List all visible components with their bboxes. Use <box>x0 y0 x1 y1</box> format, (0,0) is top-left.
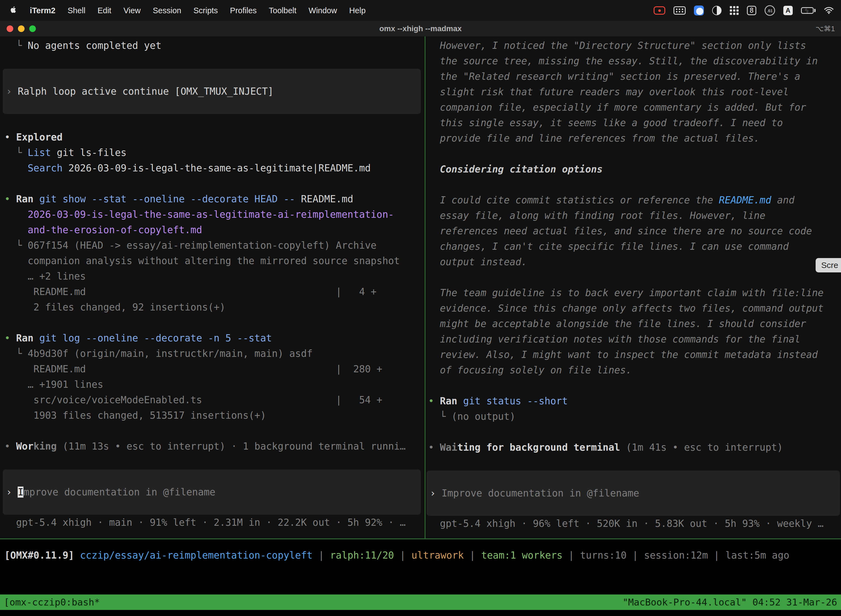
window-shortcut: ⌥⌘1 <box>816 25 835 33</box>
text-segment: └ <box>4 240 28 251</box>
text-segment: Improve documentation in @filename <box>441 488 639 499</box>
blue-app-icon[interactable] <box>694 6 704 15</box>
text-segment: • <box>4 441 16 452</box>
text-segment: and-the-erosion-of-copyleft.md <box>28 224 202 235</box>
text-segment: └ <box>4 147 28 158</box>
text-segment: Ran <box>16 333 34 343</box>
blank-line <box>428 270 841 285</box>
text-segment: › <box>6 487 18 497</box>
text-segment <box>620 442 626 453</box>
menu-item-iterm2[interactable]: iTerm2 <box>24 6 62 15</box>
text-segment: the "Related research writing" section i… <box>428 71 800 82</box>
input-source-icon[interactable]: A <box>783 6 793 15</box>
text-segment: | <box>627 550 644 561</box>
menu-item-scripts[interactable]: Scripts <box>188 6 224 15</box>
terminal-line: companion file, especially if more comme… <box>428 100 841 115</box>
text-segment: README.md | 280 + <box>4 364 382 374</box>
text-segment: (11m 13s • esc to interrupt) · 1 backgro… <box>57 441 406 452</box>
menu-item-help[interactable]: Help <box>343 6 372 15</box>
text-segment: However, I noticed the "Directory Struct… <box>428 40 806 51</box>
prompt-input[interactable]: › Improve documentation in @filename <box>3 469 421 515</box>
terminal-line: src/voice/voiceModeEnabled.ts | 54 + <box>4 392 425 408</box>
key-8-icon[interactable]: 8 <box>747 6 756 15</box>
terminal-line: might be acceptable alongside the file l… <box>428 316 841 331</box>
text-segment <box>74 550 80 561</box>
terminal-line: └ No agents completed yet <box>4 38 425 53</box>
text-segment: README.md <box>295 194 353 204</box>
text-segment: of focusing solely on file lines. <box>428 365 632 375</box>
text-segment: src/voice/voiceModeEnabled.ts | 54 + <box>4 395 382 405</box>
text-segment: git status --short <box>463 396 568 406</box>
menu-item-toolbelt[interactable]: Toolbelt <box>263 6 302 15</box>
text-segment: 1903 files changed, 513517 insertions(+) <box>4 410 266 421</box>
terminal-line: evidence. Since this change only affects… <box>428 301 841 316</box>
right-pane[interactable]: However, I noticed the "Directory Struct… <box>425 37 841 538</box>
zoom-button[interactable] <box>29 25 36 32</box>
screen-recording-indicator-icon[interactable] <box>653 6 665 15</box>
terminal-line: slight risk that future readers may over… <box>428 84 841 100</box>
text-segment: the source tree, missing the essay. Stil… <box>428 56 818 66</box>
text-segment: › <box>430 488 441 499</box>
battery-icon[interactable]: ϟ <box>801 7 816 14</box>
text-segment: cczip/essay/ai-reimplementation-copyleft <box>80 550 313 561</box>
prompt-input[interactable]: › Improve documentation in @filename <box>426 471 840 516</box>
menu-item-view[interactable]: View <box>117 6 147 15</box>
terminal-line: 1903 files changed, 513517 insertions(+) <box>4 408 425 423</box>
text-segment: last:5m ago <box>725 550 790 561</box>
terminal-area: └ No agents completed yet › Ralph loop a… <box>0 37 841 538</box>
terminal-line: • Working (11m 13s • esc to interrupt) ·… <box>4 439 425 454</box>
terminal-line: output instead. <box>428 254 841 270</box>
terminal-line: 2026-03-09-is-legal-the-same-as-legitima… <box>4 207 425 222</box>
apps-grid-icon[interactable] <box>730 6 738 15</box>
text-segment: changes, I can't cite specific file line… <box>428 241 788 252</box>
text-segment: Considering citation options <box>428 164 603 175</box>
apple-menu[interactable] <box>7 6 24 16</box>
menu-item-shell[interactable]: Shell <box>62 6 92 15</box>
text-segment: • <box>4 333 16 343</box>
terminal-line: README.md | 280 + <box>4 361 425 377</box>
text-segment: mprove documentation in @filename <box>23 487 215 497</box>
blank-line <box>4 53 425 69</box>
text-segment: README.md | 4 + <box>4 286 377 297</box>
left-pane[interactable]: └ No agents completed yet › Ralph loop a… <box>0 37 425 538</box>
text-segment: (1m 41s • esc to interrupt) <box>626 442 783 453</box>
text-segment: | <box>464 550 481 561</box>
keyboard-icon[interactable] <box>674 6 686 15</box>
window-title: omx --xhigh --madmax <box>0 24 841 33</box>
text-segment: | <box>563 550 580 561</box>
menu-item-edit[interactable]: Edit <box>91 6 117 15</box>
terminal-line: companion analysis without altering the … <box>4 253 425 268</box>
menu-item-session[interactable]: Session <box>147 6 188 15</box>
text-segment: slight risk that future readers may over… <box>428 87 788 97</box>
text-segment: 2 files changed, 92 insertions(+) <box>4 302 226 313</box>
text-segment: Ralph loop active continue [OMX_TMUX_INJ… <box>18 86 273 97</box>
terminal-line: gpt-5.4 xhigh · 96% left · 520K in · 5.8… <box>428 516 841 531</box>
close-button[interactable] <box>7 25 13 32</box>
battery-gauge-icon[interactable]: .61 <box>765 5 775 16</box>
blank-line <box>4 423 425 439</box>
screen-overlay-button[interactable]: Scre <box>816 258 841 273</box>
menu-item-profiles[interactable]: Profiles <box>224 6 263 15</box>
terminal-line: this single essay, it seems like a good … <box>428 115 841 131</box>
text-segment: 4b9d30f (origin/main, instructkr/main, m… <box>28 348 313 359</box>
terminal-line: essay file, along with finding root file… <box>428 208 841 223</box>
omx-status-line: [OMX#0.11.9] cczip/essay/ai-reimplementa… <box>0 547 841 563</box>
apple-icon <box>10 6 17 16</box>
terminal-line: • Ran git show --stat --oneline --decora… <box>4 191 425 207</box>
terminal-line: gpt-5.4 xhigh · main · 91% left · 2.31M … <box>4 515 425 530</box>
text-segment: ralph:11/20 <box>330 550 394 561</box>
text-segment: team:1 workers <box>481 550 563 561</box>
text-segment: ting for background terminal <box>457 442 620 453</box>
menu-item-window[interactable]: Window <box>302 6 343 15</box>
menu-items: iTerm2ShellEditViewSessionScriptsProfile… <box>24 6 372 15</box>
text-segment <box>4 209 28 220</box>
wifi-icon[interactable] <box>824 7 834 14</box>
blank-line <box>428 378 841 393</box>
screenshot-app-icon[interactable] <box>712 6 722 15</box>
text-segment: companion analysis without altering the … <box>4 255 400 266</box>
minimize-button[interactable] <box>18 25 25 32</box>
text-segment: [OMX#0.11.9] <box>4 550 74 561</box>
terminal-line: I could cite commit statistics or refere… <box>428 192 841 208</box>
tmux-status-bar: [omx-cczip0:bash* "MacBook-Pro-44.local"… <box>0 594 841 610</box>
text-segment: references need actual files, and since … <box>428 226 812 236</box>
